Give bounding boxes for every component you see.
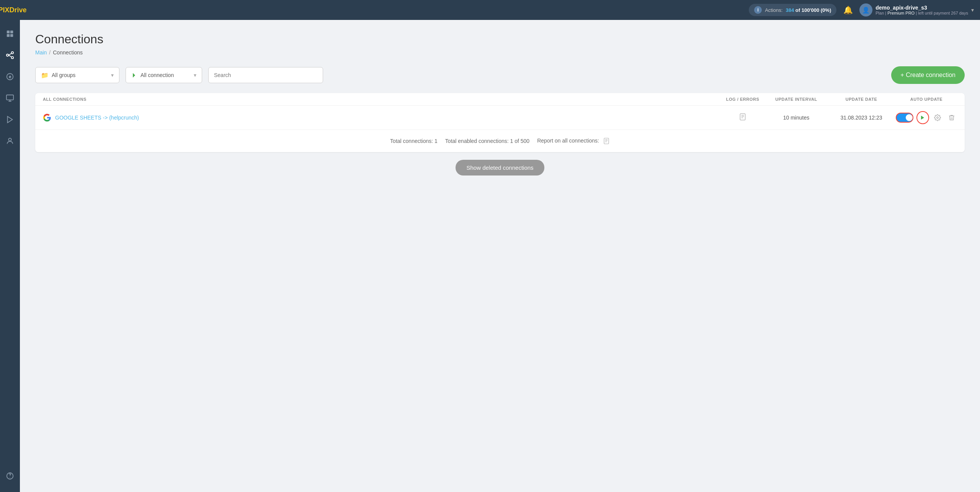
enabled-connections: Total enabled connections: 1 of 500: [445, 138, 529, 144]
breadcrumb: Main / Connections: [35, 49, 965, 56]
search-input[interactable]: [214, 72, 317, 78]
actions-label: Actions:: [765, 7, 782, 13]
svg-rect-0: [7, 31, 10, 33]
svg-rect-15: [740, 113, 745, 120]
svg-point-20: [937, 117, 939, 119]
filter-bar: 📁 All groups ▾ ⏵ All connection ▾ + Crea…: [35, 66, 965, 84]
col-header-interval: UPDATE INTERVAL: [766, 97, 827, 102]
avatar: 👤: [859, 3, 872, 16]
user-menu-chevron-icon: ▾: [971, 7, 974, 13]
breadcrumb-main-link[interactable]: Main: [35, 49, 47, 56]
actions-pct: (0%): [821, 7, 831, 13]
settings-button[interactable]: [932, 112, 943, 123]
groups-label: All groups: [52, 72, 75, 78]
logo-text: APIXDrive: [0, 6, 27, 14]
connection-name-cell[interactable]: GOOGLE SHEETS -> (helpcrunch): [43, 113, 720, 122]
actions-count-value: 384: [786, 7, 794, 13]
connection-name-text: GOOGLE SHEETS -> (helpcrunch): [55, 115, 139, 121]
topbar-right: i Actions: 384 of 100'000 (0%) 🔔 👤 demo_…: [749, 3, 974, 17]
total-connections: Total connections: 1: [390, 138, 438, 144]
show-deleted-button[interactable]: Show deleted connections: [456, 160, 544, 175]
sidebar-item-help[interactable]: [0, 466, 20, 486]
actions-total: 100'000: [802, 7, 819, 13]
svg-point-5: [11, 52, 13, 54]
svg-rect-3: [10, 34, 13, 37]
col-header-log: LOG / ERRORS: [720, 97, 766, 102]
col-header-date: UPDATE DATE: [827, 97, 896, 102]
actions-badge: i Actions: 384 of 100'000 (0%): [749, 4, 836, 16]
svg-rect-21: [604, 138, 609, 144]
sidebar-item-connections[interactable]: [0, 45, 20, 65]
svg-text:$: $: [9, 75, 11, 79]
connection-label: All connection: [140, 72, 174, 78]
sidebar-item-dashboard[interactable]: [0, 24, 20, 44]
summary-row: Total connections: 1 Total enabled conne…: [35, 130, 965, 152]
run-connection-button[interactable]: [916, 111, 929, 124]
svg-rect-11: [7, 95, 13, 100]
sidebar-item-account[interactable]: [0, 131, 20, 151]
user-menu[interactable]: 👤 demo_apix-drive_s3 Plan | Premium PRO …: [859, 3, 974, 16]
log-icon[interactable]: [739, 113, 746, 123]
auto-update-cell: [896, 111, 957, 124]
auto-update-toggle[interactable]: [896, 113, 913, 123]
sidebar-item-billing[interactable]: $: [0, 67, 20, 87]
col-header-autoupdate: AUTO UPDATE: [896, 97, 957, 102]
user-info: demo_apix-drive_s3 Plan | Premium PRO | …: [875, 5, 968, 15]
info-icon: i: [754, 6, 762, 14]
folder-icon: 📁: [41, 72, 49, 79]
layout: $ Connections Main / Connections 📁 All g…: [0, 20, 980, 492]
table-header: ALL CONNECTIONS LOG / ERRORS UPDATE INTE…: [35, 93, 965, 106]
page-title: Connections: [35, 32, 965, 46]
connection-chevron-icon: ▾: [194, 72, 196, 78]
show-deleted-wrap: Show deleted connections: [35, 152, 965, 191]
svg-rect-1: [10, 31, 13, 33]
sidebar: $: [0, 20, 20, 492]
log-errors-cell: [720, 113, 766, 123]
create-connection-button[interactable]: + Create connection: [891, 66, 965, 84]
breadcrumb-separator: /: [49, 49, 51, 56]
svg-line-7: [8, 53, 11, 55]
report-icon[interactable]: [603, 138, 610, 144]
svg-marker-12: [8, 116, 13, 123]
svg-line-8: [8, 55, 11, 57]
sidebar-item-videos[interactable]: [0, 110, 20, 130]
connections-table: ALL CONNECTIONS LOG / ERRORS UPDATE INTE…: [35, 93, 965, 152]
logo: APIXDrive: [0, 0, 20, 20]
col-header-connections: ALL CONNECTIONS: [43, 97, 720, 102]
delete-connection-button[interactable]: [946, 112, 957, 123]
table-row: GOOGLE SHEETS -> (helpcrunch) 10 minutes…: [35, 106, 965, 130]
topbar: APIXDrive i Actions: 384 of 100'000 (0%)…: [0, 0, 980, 20]
breadcrumb-current: Connections: [53, 49, 83, 56]
actions-count: 384 of 100'000 (0%): [786, 7, 831, 13]
search-input-wrap: [208, 67, 323, 83]
svg-marker-19: [921, 116, 924, 120]
play-icon: ⏵: [131, 72, 137, 79]
report-label: Report on all connections:: [537, 138, 610, 144]
groups-dropdown[interactable]: 📁 All groups ▾: [35, 67, 119, 83]
sidebar-item-services[interactable]: [0, 88, 20, 108]
notification-bell-button[interactable]: 🔔: [841, 3, 855, 17]
username: demo_apix-drive_s3: [875, 5, 968, 11]
update-date-cell: 31.08.2023 12:23: [827, 115, 896, 121]
connection-type-dropdown[interactable]: ⏵ All connection ▾: [126, 67, 202, 83]
interval-cell: 10 minutes: [766, 115, 827, 121]
user-plan: Plan | Premium PRO | left until payment …: [875, 11, 968, 15]
svg-point-4: [7, 54, 9, 56]
toggle-thumb: [906, 114, 913, 121]
svg-rect-2: [7, 34, 10, 37]
svg-point-13: [8, 138, 11, 141]
main-content: Connections Main / Connections 📁 All gro…: [20, 20, 980, 492]
google-g-icon: [43, 113, 51, 122]
groups-chevron-icon: ▾: [111, 72, 114, 78]
svg-point-6: [11, 57, 13, 59]
